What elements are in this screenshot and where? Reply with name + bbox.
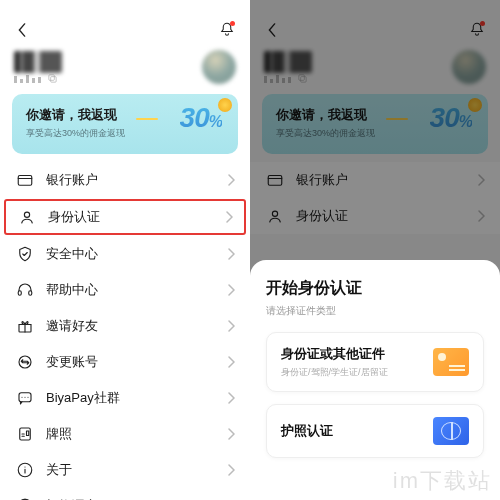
coin-icon bbox=[218, 98, 232, 112]
info-icon bbox=[16, 461, 34, 479]
menu-item-label: 关于 bbox=[46, 461, 227, 479]
menu-item-label: 帮助中心 bbox=[46, 281, 227, 299]
avatar[interactable] bbox=[202, 50, 236, 84]
user-row bbox=[0, 46, 250, 94]
menu-item-switch[interactable]: 变更账号 bbox=[0, 344, 250, 380]
menu-item-help[interactable]: 帮助中心 bbox=[0, 272, 250, 308]
svg-rect-5 bbox=[29, 291, 32, 296]
headset-icon bbox=[16, 281, 34, 299]
menu-item-label: 身份认证 bbox=[48, 208, 225, 226]
screen-left: 你邀请，我返现 享受高达30%的佣金返现 30% 银行账户身份认证安全中心帮助中… bbox=[0, 0, 250, 500]
username-redacted bbox=[14, 51, 62, 73]
identity-sheet: 开始身份认证 请选择证件类型 身份证或其他证件身份证/驾照/学生证/居留证护照认… bbox=[250, 260, 500, 500]
chevron-right-icon bbox=[227, 174, 235, 186]
settings-menu: 银行账户身份认证安全中心帮助中心邀请好友变更账号BiyaPay社群牌照关于切换语… bbox=[0, 162, 250, 500]
menu-item-about[interactable]: 关于 bbox=[0, 452, 250, 488]
user-id-redacted bbox=[14, 75, 41, 83]
notification-dot bbox=[230, 21, 235, 26]
option-sub: 身份证/驾照/学生证/居留证 bbox=[281, 366, 388, 379]
doc-icon bbox=[16, 425, 34, 443]
chevron-right-icon bbox=[227, 464, 235, 476]
sheet-subtitle: 请选择证件类型 bbox=[266, 304, 484, 318]
option-title: 身份证或其他证件 bbox=[281, 345, 388, 363]
idcard-icon bbox=[433, 348, 469, 376]
menu-item-invite[interactable]: 邀请好友 bbox=[0, 308, 250, 344]
menu-item-label: BiyaPay社群 bbox=[46, 389, 227, 407]
menu-item-label: 牌照 bbox=[46, 425, 227, 443]
chat-icon bbox=[16, 389, 34, 407]
back-button[interactable] bbox=[14, 22, 30, 38]
menu-item-label: 安全中心 bbox=[46, 245, 227, 263]
gift-icon bbox=[16, 317, 34, 335]
svg-rect-4 bbox=[18, 291, 21, 296]
user-icon bbox=[18, 208, 36, 226]
menu-item-identity[interactable]: 身份认证 bbox=[4, 199, 246, 235]
svg-rect-2 bbox=[18, 176, 32, 186]
menu-item-license[interactable]: 牌照 bbox=[0, 416, 250, 452]
banner-percent: 30% bbox=[180, 102, 222, 134]
banner-accent bbox=[136, 118, 158, 120]
sheet-title: 开始身份认证 bbox=[266, 278, 484, 299]
menu-item-bank[interactable]: 银行账户 bbox=[0, 162, 250, 198]
menu-item-label: 银行账户 bbox=[46, 171, 227, 189]
swap-icon bbox=[16, 353, 34, 371]
chevron-right-icon bbox=[227, 392, 235, 404]
chevron-right-icon bbox=[227, 248, 235, 260]
option-title: 护照认证 bbox=[281, 422, 333, 440]
screen-right: 你邀请，我返现 享受高达30%的佣金返现 30% 银行账户身份认证 开始身份认证… bbox=[250, 0, 500, 500]
svg-point-3 bbox=[24, 212, 29, 217]
chevron-right-icon bbox=[227, 356, 235, 368]
chevron-right-icon bbox=[227, 284, 235, 296]
promo-banner[interactable]: 你邀请，我返现 享受高达30%的佣金返现 30% bbox=[12, 94, 238, 154]
card-icon bbox=[16, 171, 34, 189]
menu-item-security[interactable]: 安全中心 bbox=[0, 236, 250, 272]
chevron-right-icon bbox=[225, 211, 233, 223]
status-bar bbox=[0, 0, 250, 14]
chevron-right-icon bbox=[227, 320, 235, 332]
verify-option-idcard[interactable]: 身份证或其他证件身份证/驾照/学生证/居留证 bbox=[266, 332, 484, 392]
notifications-button[interactable] bbox=[218, 21, 236, 39]
svg-rect-0 bbox=[51, 76, 57, 82]
chevron-left-icon bbox=[17, 23, 27, 37]
chevron-right-icon bbox=[227, 428, 235, 440]
top-bar bbox=[0, 14, 250, 46]
passport-icon bbox=[433, 417, 469, 445]
menu-item-label: 邀请好友 bbox=[46, 317, 227, 335]
menu-item-label: 变更账号 bbox=[46, 353, 227, 371]
copy-icon[interactable] bbox=[47, 73, 58, 84]
verify-option-passport[interactable]: 护照认证 bbox=[266, 404, 484, 458]
svg-rect-1 bbox=[49, 74, 55, 80]
menu-item-lang[interactable]: 切换语言 bbox=[0, 488, 250, 500]
svg-point-7 bbox=[19, 356, 31, 368]
shield-icon bbox=[16, 245, 34, 263]
menu-item-community[interactable]: BiyaPay社群 bbox=[0, 380, 250, 416]
